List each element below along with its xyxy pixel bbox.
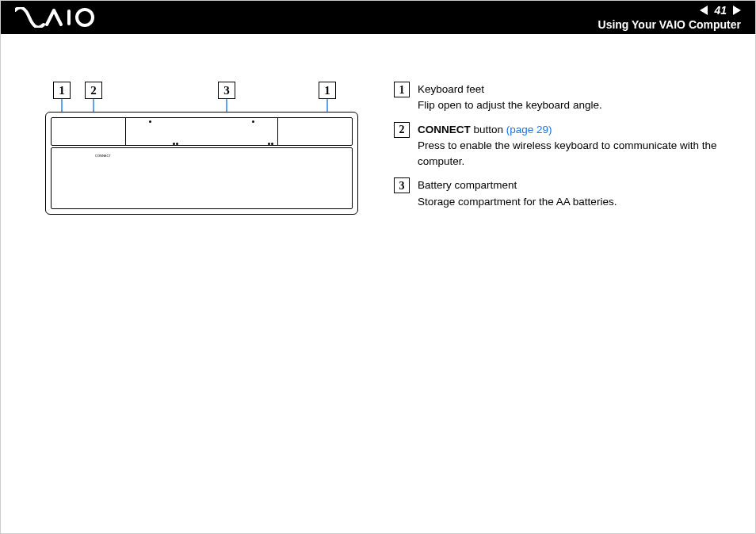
- next-page-arrow-icon[interactable]: [733, 6, 741, 15]
- callout-1b: 1: [319, 82, 336, 99]
- svg-rect-0: [67, 10, 71, 25]
- connect-label: CONNECT: [95, 154, 111, 158]
- legend-item-2: 2 CONNECT button (page 29) Press to enab…: [394, 122, 731, 170]
- legend-item-3: 3 Battery compartment Storage compartmen…: [394, 177, 731, 210]
- page-nav: 41: [598, 4, 741, 17]
- legend-title-2: CONNECT button (page 29): [418, 122, 731, 138]
- legend-num-3: 3: [394, 177, 410, 193]
- legend-item-1: 1 Keyboard feet Flip open to adjust the …: [394, 82, 731, 114]
- legend-title-3: Battery compartment: [418, 177, 731, 193]
- prev-page-arrow-icon[interactable]: [700, 6, 708, 15]
- callout-2: 2: [85, 82, 102, 99]
- legend-desc-3: Storage compartment for the AA batteries…: [418, 194, 731, 210]
- callout-3: 3: [218, 82, 235, 99]
- svg-point-1: [77, 10, 93, 25]
- legend-title-1: Keyboard feet: [418, 82, 731, 97]
- legend-num-2: 2: [394, 122, 410, 138]
- section-title: Using Your VAIO Computer: [598, 18, 741, 31]
- diagram-callouts: 1 2 3 1: [45, 82, 362, 104]
- page-number: 41: [714, 4, 727, 17]
- header-right: 41 Using Your VAIO Computer: [598, 4, 741, 31]
- legend-desc-2: Press to enable the wireless keyboard to…: [418, 138, 731, 170]
- header-bar: 41 Using Your VAIO Computer: [1, 1, 755, 34]
- vaio-logo: [15, 7, 102, 28]
- legend-desc-1: Flip open to adjust the keyboard angle.: [418, 97, 731, 113]
- diagram-area: 1 2 3 1 CONNECT: [45, 82, 362, 218]
- legend-num-1: 1: [394, 82, 410, 97]
- page-29-link[interactable]: (page 29): [506, 124, 552, 135]
- legend-area: 1 Keyboard feet Flip open to adjust the …: [394, 82, 731, 218]
- callout-1a: 1: [53, 82, 71, 99]
- keyboard-bottom-illustration: CONNECT: [45, 112, 358, 215]
- page-content: 1 2 3 1 CONNECT 1 Keyboard feet: [1, 34, 755, 218]
